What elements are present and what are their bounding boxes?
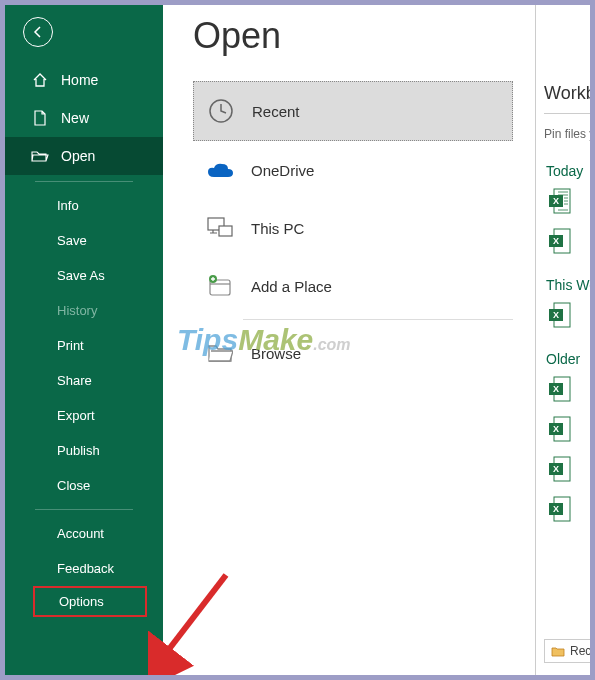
back-button[interactable] xyxy=(23,17,53,47)
nav-save[interactable]: Save xyxy=(5,223,163,258)
svg-rect-2 xyxy=(219,226,232,236)
location-label: Browse xyxy=(251,345,301,362)
nav-publish[interactable]: Publish xyxy=(5,433,163,468)
nav-close[interactable]: Close xyxy=(5,468,163,503)
nav-label: Open xyxy=(61,148,95,164)
excel-file-icon: X xyxy=(548,455,572,483)
nav-export[interactable]: Export xyxy=(5,398,163,433)
location-label: Add a Place xyxy=(251,278,332,295)
location-label: This PC xyxy=(251,220,304,237)
nav-new[interactable]: New xyxy=(5,99,163,137)
clock-icon xyxy=(206,96,236,126)
arrow-left-icon xyxy=(31,25,45,39)
svg-text:X: X xyxy=(553,464,559,474)
recent-file[interactable]: X xyxy=(548,301,590,333)
nav-info[interactable]: Info xyxy=(5,188,163,223)
recent-list: Today X X This Week X Older X X X X xyxy=(544,163,590,537)
app-frame: Home New Open Info Save Save As History … xyxy=(5,5,590,675)
group-older: Older xyxy=(544,351,590,367)
nav-share[interactable]: Share xyxy=(5,363,163,398)
group-today: Today xyxy=(544,163,590,179)
svg-text:X: X xyxy=(553,236,559,246)
nav-print[interactable]: Print xyxy=(5,328,163,363)
svg-text:X: X xyxy=(553,504,559,514)
location-add-place[interactable]: Add a Place xyxy=(193,257,513,315)
location-onedrive[interactable]: OneDrive xyxy=(193,141,513,199)
this-pc-icon xyxy=(205,213,235,243)
location-list: Recent OneDrive This PC Add a Place Brow… xyxy=(193,81,513,382)
divider xyxy=(544,113,590,114)
recent-file[interactable]: X xyxy=(548,415,590,447)
group-this-week: This Week xyxy=(544,277,590,293)
svg-text:X: X xyxy=(553,196,559,206)
divider xyxy=(35,509,133,510)
nav-account[interactable]: Account xyxy=(5,516,163,551)
page-title: Open xyxy=(193,15,535,57)
add-place-icon xyxy=(205,271,235,301)
nav-label: New xyxy=(61,110,89,126)
excel-file-icon: X xyxy=(548,301,572,329)
svg-text:X: X xyxy=(553,384,559,394)
excel-file-icon: X xyxy=(548,187,572,215)
recent-file[interactable]: X xyxy=(548,187,590,219)
location-browse[interactable]: Browse xyxy=(193,324,513,382)
recover-label: Recover xyxy=(570,644,590,658)
folder-icon xyxy=(551,646,565,657)
svg-text:X: X xyxy=(553,424,559,434)
folder-open-icon xyxy=(31,147,49,165)
recent-file[interactable]: X xyxy=(548,495,590,527)
nav-label: Home xyxy=(61,72,98,88)
location-label: Recent xyxy=(252,103,300,120)
location-recent[interactable]: Recent xyxy=(193,81,513,141)
backstage-sidebar: Home New Open Info Save Save As History … xyxy=(5,5,163,675)
nav-feedback[interactable]: Feedback xyxy=(5,551,163,586)
nav-open[interactable]: Open xyxy=(5,137,163,175)
nav-home[interactable]: Home xyxy=(5,61,163,99)
recover-button[interactable]: Recover xyxy=(544,639,590,663)
folder-icon xyxy=(205,338,235,368)
document-icon xyxy=(31,109,49,127)
recent-files-panel: Workbooks Pin files you want Today X X T… xyxy=(535,5,590,675)
divider xyxy=(243,319,513,320)
pin-hint: Pin files you want xyxy=(544,127,590,141)
excel-file-icon: X xyxy=(548,227,572,255)
location-this-pc[interactable]: This PC xyxy=(193,199,513,257)
nav-save-as[interactable]: Save As xyxy=(5,258,163,293)
recent-file[interactable]: X xyxy=(548,227,590,259)
recent-heading: Workbooks xyxy=(544,83,590,104)
nav-history[interactable]: History xyxy=(5,293,163,328)
main-panel: Open Recent OneDrive This PC Add a Place xyxy=(163,5,535,675)
excel-file-icon: X xyxy=(548,415,572,443)
onedrive-icon xyxy=(205,155,235,185)
recent-file[interactable]: X xyxy=(548,455,590,487)
divider xyxy=(35,181,133,182)
location-label: OneDrive xyxy=(251,162,314,179)
recent-file[interactable]: X xyxy=(548,375,590,407)
excel-file-icon: X xyxy=(548,375,572,403)
nav-options[interactable]: Options xyxy=(33,586,147,617)
excel-file-icon: X xyxy=(548,495,572,523)
home-icon xyxy=(31,71,49,89)
svg-text:X: X xyxy=(553,310,559,320)
